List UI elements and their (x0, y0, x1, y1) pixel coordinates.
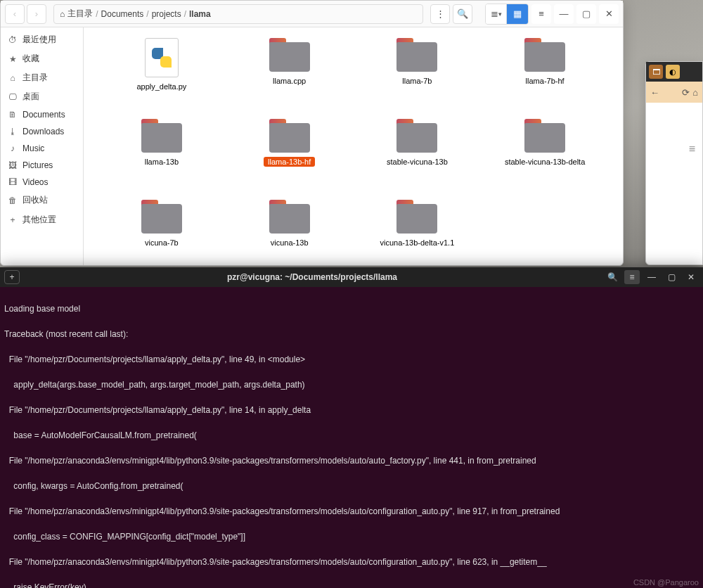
sidebar-item-recent[interactable]: ⏱最近使用 (1, 30, 83, 49)
hamburger-icon[interactable]: ≡ (689, 143, 695, 155)
folder-icon (269, 200, 310, 234)
sidebar-item-music[interactable]: ♪Music (1, 140, 83, 157)
file-entry[interactable]: stable-vicuna-13b-delta (488, 119, 602, 200)
file-label: vicuna-13b-delta-v1.1 (375, 238, 458, 248)
term-line: Loading base model (4, 302, 699, 315)
hamburger-menu-icon[interactable]: ≡ (624, 270, 640, 284)
sidebar-item-home[interactable]: ⌂主目录 (1, 68, 83, 87)
kebab-menu-icon[interactable]: ⋮ (430, 4, 450, 24)
folder-icon (269, 38, 310, 72)
back-icon[interactable]: ← (650, 87, 659, 98)
terminal-titlebar: + pzr@vicugna: ~/Documents/projects/llam… (0, 267, 703, 287)
file-entry[interactable]: vicuna-13b (233, 200, 347, 265)
close-icon[interactable]: ✕ (599, 4, 619, 24)
minimize-icon[interactable]: — (554, 4, 574, 24)
new-tab-button[interactable]: + (4, 270, 20, 284)
file-label: stable-vicuna-13b-delta (501, 157, 589, 167)
file-entry[interactable]: vicuna-7b (105, 200, 219, 265)
file-label: llama-13b (141, 157, 183, 167)
term-line: base = AutoModelForCausalLM.from_pretrai… (4, 429, 699, 442)
list-view-button[interactable]: ≣ ▾ (486, 4, 507, 24)
sidebar-item-desktop[interactable]: 🖵桌面 (1, 87, 83, 106)
term-line: config_class = CONFIG_MAPPING[config_dic… (4, 530, 699, 543)
file-label: llama-13b-hf (264, 157, 315, 167)
video-icon: 🎞 (8, 177, 18, 187)
home-icon[interactable]: ⌂ (692, 87, 698, 98)
file-entry[interactable]: apply_delta.py (105, 38, 219, 119)
term-line: File "/home/pzr/Documents/projects/llama… (4, 404, 699, 416)
hamburger-menu-icon[interactable]: ≡ (531, 4, 551, 24)
file-entry[interactable]: llama-13b-hf (233, 119, 347, 200)
file-label: llama.cpp (269, 76, 310, 86)
term-line: File "/home/pzr/anaconda3/envs/minigpt4/… (4, 454, 699, 467)
music-icon: ♪ (8, 143, 18, 153)
back-button[interactable]: ‹ (5, 4, 25, 24)
file-entry[interactable]: vicuna-13b-delta-v1.1 (361, 200, 475, 265)
picture-icon: 🖼 (8, 160, 18, 170)
sidebar-item-label: Downloads (22, 127, 64, 136)
terminal-body[interactable]: Loading base model Traceback (most recen… (0, 287, 703, 588)
folder-icon (396, 119, 437, 153)
file-label: stable-vicuna-13b (382, 157, 452, 167)
watermark: CSDN @Pangaroo (633, 578, 699, 587)
file-label: vicuna-7b (141, 238, 183, 248)
file-grid[interactable]: apply_delta.pyllama.cppllama-7bllama-7b-… (84, 27, 623, 265)
file-entry[interactable]: llama-13b (105, 119, 219, 200)
clock-icon: ⏱ (8, 35, 18, 45)
desktop-icon: 🖵 (8, 92, 18, 102)
terminal-title: pzr@vicugna: ~/Documents/projects/llama (24, 272, 600, 282)
sidebar-item-label: 其他位置 (22, 214, 56, 226)
sidebar-item-label: 最近使用 (22, 34, 56, 46)
term-line: File "/home/pzr/anaconda3/envs/minigpt4/… (4, 505, 699, 518)
sidebar-item-label: 主目录 (22, 72, 48, 84)
python-file-icon (145, 38, 179, 77)
sidebar-item-videos[interactable]: 🎞Videos (1, 174, 83, 191)
term-line: config, kwargs = AutoConfig.from_pretrai… (4, 480, 699, 492)
grid-view-button[interactable]: ▦ (507, 4, 528, 24)
folder-icon (141, 200, 182, 234)
sidebar-item-documents[interactable]: 🗎Documents (1, 106, 83, 123)
doc-icon: 🗎 (8, 110, 18, 120)
file-entry[interactable]: stable-vicuna-13b (361, 119, 475, 200)
path-seg-current[interactable]: llama (189, 9, 211, 19)
home-icon: ⌂ (8, 73, 18, 83)
path-seg[interactable]: projects (152, 9, 181, 19)
sidebar-item-label: Documents (22, 110, 65, 120)
sidebar-item-other[interactable]: +其他位置 (1, 210, 83, 229)
sidebar: ⏱最近使用 ★收藏 ⌂主目录 🖵桌面 🗎Documents ⭳Downloads… (1, 27, 84, 265)
close-icon[interactable]: ✕ (683, 270, 699, 284)
sidebar-item-downloads[interactable]: ⭳Downloads (1, 123, 83, 140)
sidebar-item-label: 桌面 (22, 91, 39, 103)
sidebar-item-pictures[interactable]: 🖼Pictures (1, 157, 83, 174)
download-icon: ⭳ (8, 127, 18, 136)
reload-icon[interactable]: ⟳ (682, 87, 690, 98)
minimize-icon[interactable]: — (644, 270, 659, 284)
file-entry[interactable]: llama.cpp (233, 38, 347, 119)
search-icon[interactable]: 🔍 (453, 4, 472, 24)
file-label: apply_delta.py (132, 82, 191, 91)
maximize-icon[interactable]: ▢ (664, 270, 679, 284)
browser-window[interactable]: 🗖 ◐ ← ⟳ ⌂ ≡ (645, 61, 703, 265)
folder-icon (524, 119, 565, 153)
folder-icon (524, 38, 565, 72)
pathbar[interactable]: ⌂ 主目录 / Documents / projects / llama (53, 4, 423, 24)
browser-toolbar: ← ⟳ ⌂ (646, 82, 702, 103)
path-home[interactable]: 主目录 (67, 8, 93, 20)
file-entry[interactable]: llama-7b-hf (488, 38, 602, 119)
folder-icon (396, 200, 437, 234)
maximize-icon[interactable]: ▢ (576, 4, 596, 24)
trash-icon: 🗑 (8, 196, 18, 205)
browser-tab-2[interactable]: ◐ (666, 65, 680, 79)
sidebar-item-label: Videos (22, 177, 48, 187)
browser-tab-1[interactable]: 🗖 (649, 65, 663, 79)
sidebar-item-label: 回收站 (22, 194, 48, 206)
file-label: llama-7b (398, 76, 436, 86)
term-line: raise KeyError(key) (4, 581, 699, 588)
file-entry[interactable]: llama-7b (361, 38, 475, 119)
sidebar-item-trash[interactable]: 🗑回收站 (1, 191, 83, 210)
path-seg[interactable]: Documents (101, 9, 144, 19)
term-line: File "/home/pzr/Documents/projects/llama… (4, 353, 699, 366)
sidebar-item-starred[interactable]: ★收藏 (1, 49, 83, 68)
search-icon[interactable]: 🔍 (605, 270, 620, 284)
forward-button[interactable]: › (27, 4, 46, 24)
